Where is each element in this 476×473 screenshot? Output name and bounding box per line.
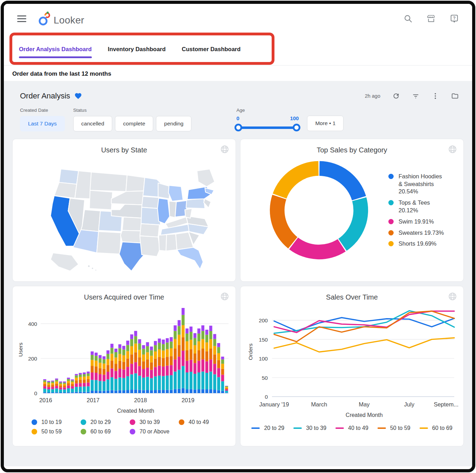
filter-icon[interactable] <box>412 92 420 100</box>
bar-segment[interactable] <box>142 349 145 355</box>
bar-segment[interactable] <box>221 369 224 375</box>
bar-segment[interactable] <box>63 388 66 390</box>
state-florida[interactable] <box>177 247 203 269</box>
state-mississippi[interactable] <box>159 235 167 251</box>
bar-segment[interactable] <box>107 350 110 354</box>
bar-segment[interactable] <box>130 334 133 339</box>
bar-segment[interactable] <box>114 391 117 393</box>
bar-segment[interactable] <box>146 342 149 346</box>
bar-segment[interactable] <box>142 378 145 390</box>
bar-segment[interactable] <box>71 389 74 392</box>
bar-segment[interactable] <box>162 350 165 358</box>
bar-segment[interactable] <box>174 359 177 372</box>
state-louisiana[interactable] <box>140 236 160 256</box>
bar-segment[interactable] <box>114 349 117 352</box>
legend-item[interactable]: Tops & Tees20.12% <box>388 199 444 214</box>
bar-segment[interactable] <box>193 363 197 374</box>
line-chart[interactable]: 050100150200January '19MarchMayJulySepte… <box>243 301 461 422</box>
bar-segment[interactable] <box>197 334 200 341</box>
bar-segment[interactable] <box>71 382 74 384</box>
bar-segment[interactable] <box>87 371 90 373</box>
bar-segment[interactable] <box>103 356 106 359</box>
bar-segment[interactable] <box>51 389 54 392</box>
state-montana[interactable] <box>90 172 127 191</box>
legend-item[interactable]: 20 to 29 <box>81 419 130 425</box>
bar-segment[interactable] <box>107 365 110 372</box>
folder-icon[interactable] <box>451 92 459 100</box>
bar-segment[interactable] <box>43 384 46 386</box>
bar-segment[interactable] <box>87 392 90 393</box>
bar-segment[interactable] <box>134 336 137 343</box>
bar-segment[interactable] <box>71 381 74 382</box>
bar-segment[interactable] <box>193 338 197 345</box>
bar-segment[interactable] <box>174 371 177 389</box>
bar-segment[interactable] <box>134 390 137 393</box>
refresh-icon[interactable] <box>392 92 400 100</box>
legend-item[interactable]: 10 to 19 <box>32 419 81 425</box>
bar-segment[interactable] <box>87 383 90 386</box>
bar-segment[interactable] <box>91 391 94 393</box>
bar-segment[interactable] <box>150 350 153 356</box>
bar-segment[interactable] <box>178 370 181 389</box>
bar-segment[interactable] <box>130 354 133 364</box>
state-nebraska[interactable] <box>111 204 144 218</box>
bar-segment[interactable] <box>67 379 70 381</box>
bar-segment[interactable] <box>103 364 106 369</box>
bar-segment[interactable] <box>47 389 50 392</box>
bar-segment[interactable] <box>182 337 185 351</box>
bar-segment[interactable] <box>166 349 169 357</box>
bar-segment[interactable] <box>193 345 197 354</box>
bar-segment[interactable] <box>63 390 66 392</box>
bar-segment[interactable] <box>193 333 197 338</box>
bar-segment[interactable] <box>114 364 117 371</box>
bar-segment[interactable] <box>134 344 137 352</box>
bar-segment[interactable] <box>158 376 161 390</box>
bar-segment[interactable] <box>122 350 125 355</box>
bar-segment[interactable] <box>126 358 129 367</box>
bar-segment[interactable] <box>55 392 58 393</box>
bar-segment[interactable] <box>154 359 157 367</box>
bar-segment[interactable] <box>114 371 117 379</box>
age-slider-handle-max[interactable] <box>293 124 300 131</box>
bar-segment[interactable] <box>43 380 46 382</box>
bar-segment[interactable] <box>217 368 220 377</box>
bar-segment[interactable] <box>138 366 141 376</box>
bar-segment[interactable] <box>162 340 165 344</box>
bar-segment[interactable] <box>182 315 185 325</box>
bar-segment[interactable] <box>83 372 86 374</box>
bar-segment[interactable] <box>71 384 74 386</box>
bar-segment[interactable] <box>55 378 58 379</box>
bar-segment[interactable] <box>225 386 228 386</box>
bar-segment[interactable] <box>126 341 129 345</box>
bar-segment[interactable] <box>158 357 161 366</box>
bar-segment[interactable] <box>225 386 228 387</box>
kebab-menu-icon[interactable] <box>431 92 439 100</box>
bar-segment[interactable] <box>103 381 106 391</box>
bar-segment[interactable] <box>158 349 161 357</box>
bar-segment[interactable] <box>75 383 78 387</box>
bar-segment[interactable] <box>205 361 209 373</box>
bar-segment[interactable] <box>75 374 78 375</box>
bar-segment[interactable] <box>162 366 165 376</box>
bar-segment[interactable] <box>55 382 58 384</box>
bar-segment[interactable] <box>98 391 102 393</box>
bar-segment[interactable] <box>79 377 82 380</box>
bar-segment[interactable] <box>166 343 169 349</box>
bar-segment[interactable] <box>138 357 141 366</box>
bar-segment[interactable] <box>150 347 153 350</box>
bar-segment[interactable] <box>166 357 169 365</box>
bar-segment[interactable] <box>201 349 204 359</box>
state-maine-new-england[interactable] <box>197 169 215 186</box>
tab-inventory-dashboard[interactable]: Inventory Dashboard <box>108 37 166 61</box>
bar-segment[interactable] <box>118 361 122 369</box>
bar-segment[interactable] <box>201 359 204 372</box>
bar-segment[interactable] <box>217 377 220 390</box>
bar-segment[interactable] <box>158 390 161 393</box>
bar-segment[interactable] <box>174 389 177 393</box>
donut-slice[interactable] <box>273 161 319 199</box>
bar-segment[interactable] <box>221 381 224 391</box>
tab-customer-dashboard[interactable]: Customer Dashboard <box>182 37 241 61</box>
bar-segment[interactable] <box>146 359 149 368</box>
bar-segment[interactable] <box>146 352 149 359</box>
bar-segment[interactable] <box>83 377 86 379</box>
